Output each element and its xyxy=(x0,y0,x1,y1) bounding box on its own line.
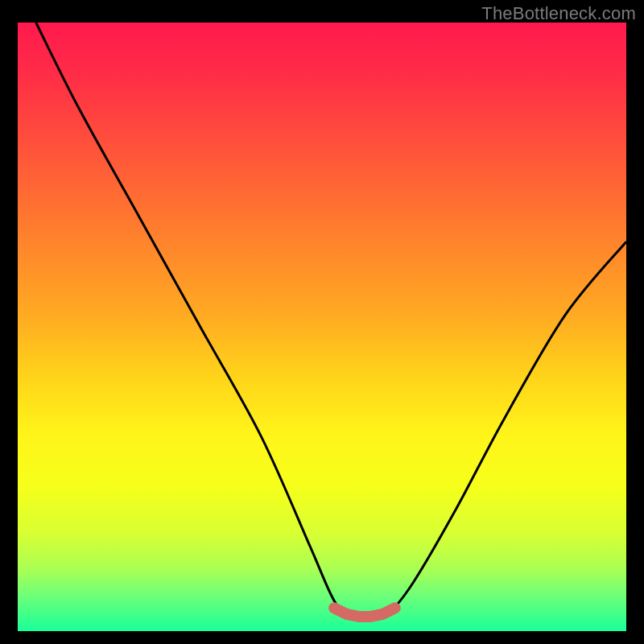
chart-svg xyxy=(0,0,644,644)
optimal-range-marker xyxy=(334,608,395,617)
attribution-text: TheBottleneck.com xyxy=(481,3,636,24)
bottleneck-curve xyxy=(36,23,626,621)
frame-border-bottom xyxy=(0,631,644,644)
curve-group xyxy=(36,23,626,621)
frame-border-left xyxy=(0,0,18,644)
frame-border-right xyxy=(626,0,644,644)
